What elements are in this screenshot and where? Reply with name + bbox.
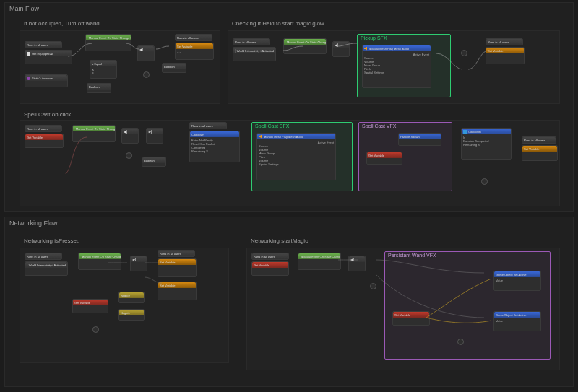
node-runs-all-2[interactable]: Runs in all users <box>175 34 212 41</box>
node-runs-all-9[interactable]: Runs in all users <box>158 250 195 257</box>
node-reroute-5[interactable] <box>92 326 99 333</box>
node-runs-all-7[interactable]: Runs in all users <box>522 136 556 144</box>
node-reroute-6[interactable] <box>370 283 376 289</box>
group-spellcast-vfx[interactable]: Spell Cast VFX Particle Spawn Get Variab… <box>358 122 452 191</box>
node-world-interact-2[interactable]: World Interactivity t Activated <box>25 261 68 276</box>
node-boolean-3[interactable]: Boolean <box>142 157 166 167</box>
node-equal[interactable]: = EqualAB <box>90 60 117 79</box>
region-spellcast: Runs in all users Get Variable Manual Ev… <box>20 120 560 206</box>
node-branch-5[interactable]: ◀╣ <box>130 256 147 271</box>
section-title: Main Flow <box>9 5 39 12</box>
group-persistent-vfx[interactable]: Persistant Wand VFX Get Variable Game Ob… <box>384 251 551 360</box>
group-spellcast-sfx[interactable]: Spell Cast SFX Manual Mesh Play Mesh Aud… <box>251 122 353 191</box>
node-branch-1[interactable]: ◀╣ <box>137 45 155 61</box>
node-getvariable-5[interactable]: Get Variable <box>392 311 430 326</box>
region-label-netpressed: Networking isPressed <box>24 238 79 244</box>
node-onstate-event-3[interactable]: Manual Event On State Change Event <box>72 125 116 142</box>
node-runs-all-3[interactable]: Runs in all users <box>233 38 270 45</box>
speaker-icon <box>364 47 368 51</box>
node-get-equipped[interactable]: Get Equipped All <box>25 50 72 64</box>
node-setvariable-4[interactable]: Set Variable <box>158 258 197 277</box>
region-label-turnoff: If not occupied, Turn off wand <box>24 20 100 27</box>
group-title: Spell Cast VFX <box>362 123 396 129</box>
node-runs-all-6[interactable]: Runs in all users <box>189 122 227 129</box>
node-negate-1[interactable]: Negate <box>118 292 144 303</box>
region-label-checkheld: Checking If Held to start magic glow <box>232 20 324 27</box>
node-playmesh-2[interactable]: Manual Mesh Play Mesh Audio Active Event… <box>256 133 336 180</box>
speaker-icon <box>259 135 262 139</box>
node-boolean[interactable]: Boolean <box>87 83 111 93</box>
node-onstate-event-2[interactable]: Manual Event On State Change <box>283 38 327 54</box>
document-icon <box>27 52 30 56</box>
group-title: Pickup SFX <box>361 35 387 40</box>
node-reroute-4[interactable] <box>481 178 488 185</box>
lock-icon <box>27 263 27 267</box>
node-runs-all[interactable]: Runs in all users <box>25 41 62 48</box>
node-onstate-event[interactable]: Manual Event On State Change Event <box>85 34 131 51</box>
hourglass-icon <box>463 130 467 134</box>
node-branch-6[interactable]: ◀╣ <box>348 256 366 271</box>
node-boolean-2[interactable]: Boolean <box>162 63 186 73</box>
section-networking-flow: Networking Flow Networking isPressed Run… <box>4 217 574 387</box>
node-playmesh-1[interactable]: Manual Mesh Play Mesh Audio Active Event… <box>362 45 431 88</box>
region-label-spellcast: Spell Cast on click <box>24 111 71 118</box>
lock-icon <box>235 49 236 53</box>
node-cooldown-2[interactable]: CooldownInDuration Completed Remaining S <box>461 128 512 160</box>
node-runs-all-8[interactable]: Runs in all users <box>25 253 62 260</box>
region-label-netstart: Networking startMagic <box>251 238 308 244</box>
node-setvariable-2[interactable]: Set Variable <box>486 47 525 64</box>
node-onstate-event-5[interactable]: Manual Event On State Change <box>298 253 341 270</box>
node-runs-all-10[interactable]: Runs in all users <box>251 253 289 260</box>
node-setvariable-3[interactable]: Set Variable <box>522 145 558 161</box>
node-graph-canvas[interactable]: Main Flow If not occupied, Turn off wand… <box>0 0 578 392</box>
node-cooldown-1[interactable]: CooldownEnter Not ReadyReset Has Cooled … <box>189 131 240 162</box>
node-setvariable-5[interactable]: Set Variable <box>158 282 197 300</box>
node-setvariable-1[interactable]: Set Variable○ ○ <box>175 43 214 60</box>
node-world-interact[interactable]: World Interactivity t Activated <box>233 47 276 61</box>
node-reroute-7[interactable] <box>457 339 464 345</box>
node-branch-4[interactable]: ◀╣ <box>146 128 163 144</box>
node-onstate-event-4[interactable]: Manual Event On State Change Event <box>78 253 121 270</box>
node-particle-spawn[interactable]: Particle Spawn <box>398 133 441 146</box>
node-setactive-2[interactable]: Game Object Set ActiveValue <box>493 311 541 331</box>
region-turnoff: Runs in all users Get Equipped All Stati… <box>20 30 220 104</box>
node-getvariable-2[interactable]: Get Variable <box>366 152 402 165</box>
node-negate-2[interactable]: Negate <box>118 309 144 321</box>
region-netpressed: Runs in all users World Interactivity t … <box>20 248 229 363</box>
section-main-flow: Main Flow If not occupied, Turn off wand… <box>4 2 574 212</box>
node-getvariable-4[interactable]: Get Variable <box>251 261 289 276</box>
node-statics-instance[interactable]: Static's instance <box>25 74 68 87</box>
node-runs-all-4[interactable]: Runs in all users <box>486 38 523 45</box>
node-reroute-3[interactable] <box>126 152 132 159</box>
region-netstart: Runs in all users Get Variable Manual Ev… <box>246 248 560 370</box>
group-pickup-sfx[interactable]: Pickup SFX Manual Mesh Play Mesh Audio A… <box>357 34 451 97</box>
node-reroute-1[interactable] <box>143 71 150 78</box>
group-title: Persistant Wand VFX <box>388 253 436 258</box>
node-getvariable-1[interactable]: Get Variable <box>25 134 64 148</box>
node-runs-all-5[interactable]: Runs in all users <box>25 125 62 132</box>
circle-icon <box>27 77 30 80</box>
node-reroute-2[interactable] <box>461 50 467 56</box>
node-setactive-1[interactable]: Game Object Set ActiveValue <box>493 271 541 291</box>
region-checkheld: Runs in all users World Interactivity t … <box>228 30 560 104</box>
branch-icon: ◀╣ <box>139 48 144 51</box>
group-title: Spell Cast SFX <box>255 123 289 129</box>
node-branch-3[interactable]: ◀╣ <box>121 128 139 144</box>
section-title: Networking Flow <box>9 219 58 227</box>
node-branch-2[interactable]: ◀╣ <box>332 41 350 57</box>
node-getvariable-3[interactable]: Get Variable <box>72 299 108 313</box>
